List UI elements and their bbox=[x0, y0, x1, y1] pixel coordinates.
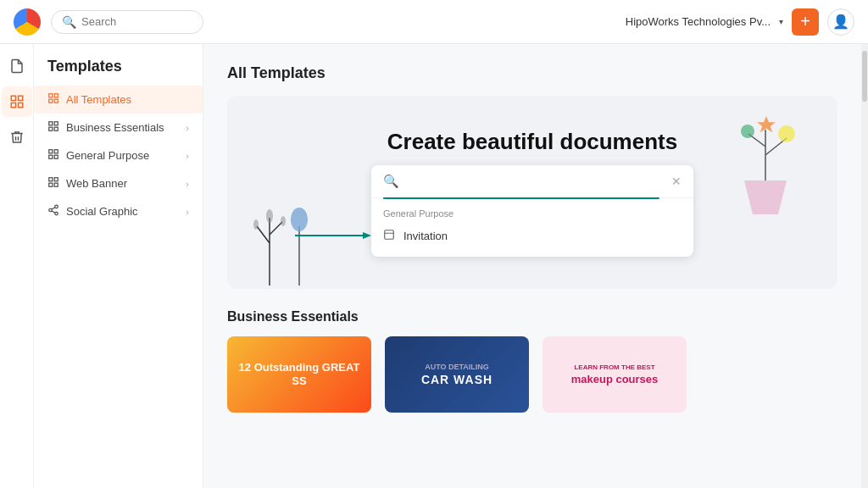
sidebar-item-social-graphic[interactable]: Social Graphic › bbox=[34, 197, 203, 225]
social-graphic-label: Social Graphic bbox=[66, 205, 138, 218]
page-title: All Templates bbox=[227, 64, 837, 82]
search-input[interactable] bbox=[81, 15, 192, 28]
result-item-label: Invitation bbox=[403, 230, 448, 242]
svg-rect-13 bbox=[54, 150, 58, 153]
profile-button[interactable]: 👤 bbox=[827, 8, 854, 36]
svg-rect-8 bbox=[49, 122, 53, 125]
svg-line-27 bbox=[270, 222, 282, 235]
main-wrapper: Templates All Templates Business Essenti… bbox=[0, 44, 868, 488]
svg-point-28 bbox=[266, 209, 273, 223]
rail-document[interactable] bbox=[2, 51, 32, 81]
topbar: 🔍 HipoWorks Technologies Pv... ▾ + 👤 bbox=[0, 0, 868, 44]
search-bar[interactable]: 🔍 bbox=[51, 10, 203, 34]
web-banner-label: Web Banner bbox=[66, 177, 127, 190]
svg-rect-16 bbox=[49, 178, 53, 181]
svg-point-37 bbox=[778, 125, 795, 142]
hero-search-input[interactable]: Invitation bbox=[406, 175, 665, 188]
add-button[interactable]: + bbox=[792, 8, 819, 36]
chevron-right-icon-2: › bbox=[186, 151, 189, 161]
scrollbar-track[interactable] bbox=[861, 44, 868, 488]
result-category: General Purpose bbox=[371, 205, 693, 222]
svg-rect-0 bbox=[11, 96, 15, 100]
svg-rect-10 bbox=[54, 127, 58, 130]
app-logo bbox=[14, 8, 41, 36]
general-purpose-label: General Purpose bbox=[66, 149, 149, 162]
svg-rect-2 bbox=[18, 103, 22, 108]
company-name: HipoWorks Technologies Pv... bbox=[626, 15, 771, 28]
general-purpose-icon bbox=[47, 148, 59, 163]
arrow-indicator bbox=[295, 229, 371, 242]
rail-trash[interactable] bbox=[2, 122, 32, 152]
chevron-right-icon: › bbox=[186, 123, 189, 133]
scrollbar-thumb[interactable] bbox=[862, 51, 867, 102]
result-item-icon bbox=[383, 229, 395, 243]
svg-rect-4 bbox=[49, 94, 53, 97]
hero-banner: Create beautiful documents 🔍 Invitation … bbox=[227, 96, 837, 289]
sidebar-item-business-essentials[interactable]: Business Essentials › bbox=[34, 114, 203, 141]
svg-rect-1 bbox=[18, 96, 22, 100]
icon-rail bbox=[0, 44, 34, 488]
rail-template[interactable] bbox=[2, 86, 32, 117]
search-clear-button[interactable]: ✕ bbox=[671, 175, 682, 188]
hero-search-input-row: 🔍 Invitation ✕ bbox=[371, 165, 693, 198]
business-essentials-icon bbox=[47, 120, 59, 135]
svg-rect-5 bbox=[54, 94, 58, 97]
social-graphic-icon bbox=[47, 204, 59, 219]
svg-point-29 bbox=[253, 219, 259, 230]
svg-line-26 bbox=[257, 226, 270, 243]
card-3-header: LEARN FROM THE BEST bbox=[571, 363, 659, 371]
svg-line-24 bbox=[52, 208, 55, 209]
card-2-label: CAR WASH bbox=[421, 373, 492, 386]
svg-rect-7 bbox=[49, 99, 53, 103]
sidebar-item-general-purpose[interactable]: General Purpose › bbox=[34, 141, 203, 169]
svg-point-30 bbox=[281, 216, 286, 226]
business-card-1[interactable]: 12 Outstanding GREAT SS bbox=[227, 336, 371, 413]
deco-plant-right bbox=[710, 96, 821, 235]
svg-point-20 bbox=[55, 205, 58, 208]
chevron-right-icon-4: › bbox=[186, 207, 189, 217]
chevron-down-icon[interactable]: ▾ bbox=[779, 17, 783, 26]
svg-rect-9 bbox=[54, 122, 58, 125]
svg-rect-6 bbox=[54, 99, 58, 103]
business-essentials-label: Business Essentials bbox=[66, 121, 164, 134]
search-icon: 🔍 bbox=[62, 15, 76, 29]
svg-rect-11 bbox=[49, 127, 53, 130]
card-2-sub: AUTO DETAILING bbox=[421, 363, 492, 371]
business-card-3[interactable]: LEARN FROM THE BEST makeup courses bbox=[542, 336, 687, 413]
svg-rect-17 bbox=[54, 178, 58, 181]
svg-point-38 bbox=[741, 125, 754, 138]
web-banner-icon bbox=[47, 176, 59, 191]
sidebar-item-all-templates[interactable]: All Templates bbox=[34, 86, 203, 114]
topbar-right: HipoWorks Technologies Pv... ▾ + 👤 bbox=[626, 8, 854, 36]
svg-point-21 bbox=[49, 208, 53, 212]
svg-rect-39 bbox=[385, 230, 394, 239]
svg-point-32 bbox=[291, 208, 308, 231]
hero-search-wrap: 🔍 Invitation ✕ General Purpose Invitatio… bbox=[371, 165, 693, 257]
sidebar: Templates All Templates Business Essenti… bbox=[34, 44, 203, 488]
content-area: All Templates bbox=[203, 44, 861, 488]
svg-rect-3 bbox=[11, 103, 15, 108]
business-section-title: Business Essentials bbox=[227, 309, 837, 324]
all-templates-icon bbox=[47, 92, 59, 107]
search-underline bbox=[383, 197, 659, 199]
card-1-label: 12 Outstanding GREAT SS bbox=[234, 361, 364, 387]
business-card-2[interactable]: AUTO DETAILING CAR WASH bbox=[385, 336, 529, 413]
svg-rect-14 bbox=[54, 155, 58, 158]
card-3-label: makeup courses bbox=[571, 373, 659, 385]
business-cards-row: 12 Outstanding GREAT SS AUTO DETAILING C… bbox=[227, 336, 837, 413]
all-templates-label: All Templates bbox=[66, 93, 131, 106]
hero-search-icon: 🔍 bbox=[383, 174, 399, 189]
hero-heading: Create beautiful documents bbox=[387, 129, 677, 155]
hero-search-results: General Purpose Invitation bbox=[371, 198, 693, 257]
svg-rect-12 bbox=[49, 150, 53, 153]
result-invitation[interactable]: Invitation bbox=[371, 222, 693, 250]
sidebar-title: Templates bbox=[34, 54, 203, 86]
svg-rect-18 bbox=[54, 183, 58, 186]
sidebar-item-web-banner[interactable]: Web Banner › bbox=[34, 169, 203, 197]
svg-marker-36 bbox=[757, 116, 776, 132]
svg-marker-42 bbox=[363, 232, 371, 239]
svg-rect-19 bbox=[49, 183, 53, 186]
chevron-right-icon-3: › bbox=[186, 179, 189, 189]
svg-line-23 bbox=[52, 211, 55, 213]
svg-rect-15 bbox=[49, 155, 53, 158]
